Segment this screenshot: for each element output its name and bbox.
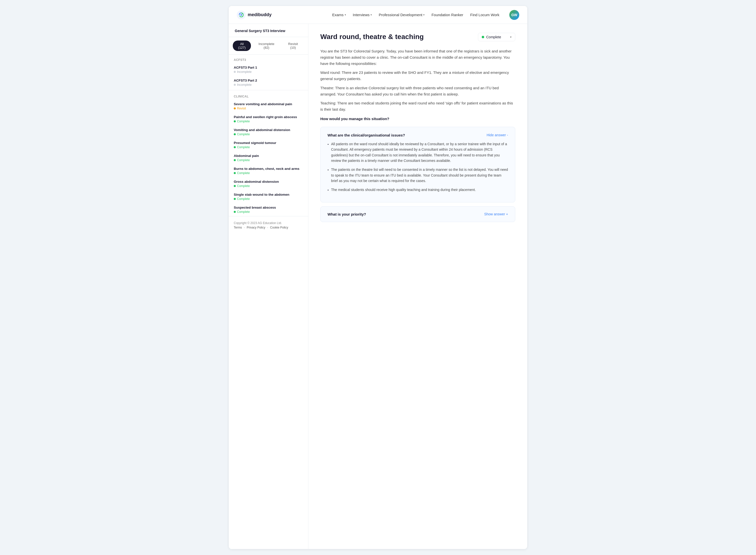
- cookie-link[interactable]: Cookie Policy: [270, 226, 288, 229]
- nav-professional-development[interactable]: Professional Development ▾: [379, 13, 424, 17]
- nav-exams[interactable]: Exams ▾: [332, 13, 346, 17]
- status-dot-complete-3: [234, 146, 236, 148]
- copyright-text: Copyright © 2023 AG Education Ltd.: [234, 221, 303, 225]
- status-dot-incomplete: [234, 71, 236, 73]
- sidebar-item-vomiting-distension[interactable]: Vomiting and abdominal distension Comple…: [229, 126, 308, 138]
- nav-find-locum-work[interactable]: Find Locum Work: [470, 13, 499, 17]
- sidebar-item-gross-distension[interactable]: Gross abdominal distension Complete: [229, 177, 308, 190]
- sidebar-item-breast-abscess[interactable]: Suspected breast abscess Complete: [229, 203, 308, 216]
- section-label-acfst3: ACFST3: [229, 55, 308, 63]
- sidebar-item-severe-vomiting[interactable]: Severe vomiting and abdominal pain Revis…: [229, 100, 308, 113]
- answer-list: All patients on the ward round should id…: [328, 141, 508, 193]
- filter-all[interactable]: All (127): [233, 41, 251, 51]
- answer-item-3: The medical students should receive high…: [328, 187, 508, 193]
- sidebar-header: General Surgery ST3 Interview: [229, 24, 308, 37]
- content-header: Ward round, theatre & teaching Complete …: [320, 33, 515, 41]
- page-title: Ward round, theatre & teaching: [320, 33, 424, 41]
- main-content: Ward round, theatre & teaching Complete …: [308, 24, 527, 549]
- sidebar-item-sigmoid-tumour[interactable]: Presumed sigmoid tumour Complete: [229, 138, 308, 152]
- scenario-para-2: Ward round: There are 23 patients to rev…: [320, 70, 515, 82]
- section-label-clinical: Clinical: [229, 91, 308, 100]
- logo-text: medibuddy: [248, 12, 271, 17]
- svg-point-1: [241, 14, 242, 16]
- privacy-link[interactable]: Privacy Policy: [247, 226, 265, 229]
- collapsed-question: What is your priority?: [328, 212, 366, 216]
- navbar: medibuddy Exams ▾ Interviews ▾ Professio…: [229, 6, 527, 24]
- nav-links: Exams ▾ Interviews ▾ Professional Develo…: [332, 10, 519, 20]
- status-dot-revisit: [234, 108, 236, 110]
- sidebar: General Surgery ST3 Interview All (127) …: [229, 24, 308, 549]
- answer-item-2: The patients on the theatre list will ne…: [328, 167, 508, 183]
- filter-incomplete[interactable]: Incomplete (82): [252, 41, 280, 51]
- status-dot-complete-2: [234, 133, 236, 135]
- status-dot-complete-5: [234, 172, 236, 174]
- divider-1: [229, 90, 308, 90]
- status-dot-complete-1: [234, 120, 236, 122]
- filter-tabs: All (127) Incomplete (82) Revisit (10): [229, 37, 308, 55]
- answer-item-1: All patients on the ward round should id…: [328, 141, 508, 164]
- main-question: How would you manage this situation?: [320, 117, 515, 121]
- status-chevron-icon: ▾: [510, 35, 511, 39]
- terms-link[interactable]: Terms: [234, 226, 242, 229]
- status-dot-complete-7: [234, 198, 236, 200]
- filter-revisit[interactable]: Revisit (10): [282, 41, 304, 51]
- sidebar-item-stab-wound[interactable]: Single stab wound to the abdomen Complet…: [229, 190, 308, 203]
- status-dot-complete-4: [234, 159, 236, 161]
- answer-header-clinical: What are the clinical/organisational iss…: [328, 133, 508, 137]
- sidebar-item-abdominal-pain[interactable]: Abdominal pain Complete: [229, 152, 308, 164]
- scenario-para-4: Teaching: There are two medical students…: [320, 100, 515, 113]
- answer-question-clinical: What are the clinical/organisational iss…: [328, 133, 405, 137]
- sidebar-item-acfst3-part2[interactable]: ACFST3 Part 2 Incomplete: [229, 76, 308, 89]
- content-layout: General Surgery ST3 Interview All (127) …: [229, 24, 527, 549]
- status-dot-incomplete-2: [234, 84, 236, 86]
- show-answer-btn[interactable]: Show answer +: [484, 212, 508, 216]
- status-selector[interactable]: Complete ▾: [478, 33, 515, 41]
- footer-links: Terms · Privacy Policy · Cookie Policy: [234, 226, 303, 229]
- hide-answer-btn[interactable]: Hide answer -: [487, 133, 508, 137]
- sidebar-footer: Copyright © 2023 AG Education Ltd. Terms…: [229, 216, 308, 234]
- status-complete-dot: [482, 36, 484, 38]
- logo-icon: [237, 10, 246, 19]
- nav-foundation-ranker[interactable]: Foundation Ranker: [431, 13, 463, 17]
- status-dot-complete-6: [234, 185, 236, 187]
- logo[interactable]: medibuddy: [237, 10, 271, 19]
- sidebar-item-acfst3-part1[interactable]: ACFST3 Part 1 Incomplete: [229, 63, 308, 76]
- status-dot-complete-8: [234, 211, 236, 213]
- nav-interviews[interactable]: Interviews ▾: [353, 13, 372, 17]
- profdev-chevron-icon: ▾: [423, 13, 424, 16]
- status-label: Complete: [486, 35, 501, 39]
- scenario-para-3: Theatre: There is an elective Colorectal…: [320, 85, 515, 97]
- answer-section-priority[interactable]: What is your priority? Show answer +: [320, 206, 515, 222]
- sidebar-item-burns[interactable]: Burns to abdomen, chest, neck and arms C…: [229, 164, 308, 177]
- avatar[interactable]: GW: [509, 10, 519, 20]
- interviews-chevron-icon: ▾: [371, 13, 372, 16]
- sidebar-item-painful-groin[interactable]: Painful and swollen right groin abscess …: [229, 113, 308, 126]
- exams-chevron-icon: ▾: [345, 13, 346, 16]
- scenario-para-1: You are the ST3 for Colorectal Surgery. …: [320, 48, 515, 67]
- answer-section-clinical: What are the clinical/organisational iss…: [320, 127, 515, 202]
